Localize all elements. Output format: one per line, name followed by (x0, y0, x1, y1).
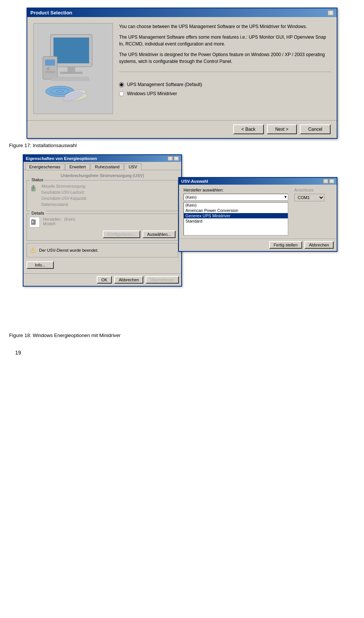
hersteller-listbox[interactable]: (Kein) American Power Conversion Generex… (184, 202, 288, 235)
usv-row: Hersteller auswählen: (Kein) ▼ (Kein) Am… (184, 188, 332, 235)
svg-rect-8 (51, 77, 89, 81)
next-button[interactable]: Next > (267, 124, 297, 134)
svg-rect-21 (32, 221, 33, 223)
status-item-2: Geschätzte USV-Kapazität: (41, 196, 176, 202)
divider (119, 72, 331, 72)
listbox-item-3[interactable]: Standard (184, 218, 288, 224)
svg-rect-7 (45, 71, 55, 73)
status-icon (29, 184, 40, 193)
svg-rect-2 (67, 67, 75, 72)
text-paragraph-2: The UPS Management Software offers some … (119, 34, 331, 47)
status-item-3: Batteriezustand: (41, 202, 176, 208)
dialog-image (33, 23, 113, 114)
abbrechen2-button[interactable]: Abbrechen (304, 241, 334, 249)
listbox-item-2[interactable]: Generex UPS Minidriver (184, 213, 288, 218)
figure18-container: Eigenschaften von Energieoptionen ? ✕ En… (23, 154, 341, 329)
svg-rect-16 (33, 185, 34, 187)
tab-energieschemas[interactable]: Energieschemas (25, 163, 64, 170)
anschluss-select[interactable]: COM1 (294, 194, 325, 201)
status-label: Status (30, 177, 45, 182)
warning-row: ⚠ Der USV-Dienst wurde beendet. (27, 243, 178, 257)
details-section: Details Hersteller: ( (27, 213, 178, 241)
eigenschaften-dialog: Eigenschaften von Energieoptionen ? ✕ En… (23, 154, 182, 287)
radio-ups-management-input[interactable] (119, 82, 124, 87)
hersteller-label: Hersteller auswählen: (184, 188, 288, 192)
hersteller-dropdown-container: (Kein) ▼ (184, 194, 288, 201)
usv-right: Anschluss: COM1 (294, 188, 332, 203)
product-selection-dialog: Product Selection ✕ (27, 8, 337, 139)
details-text: Hersteller: (Kein) Modell: (43, 217, 75, 226)
usv-close-button[interactable]: ✕ (329, 179, 334, 184)
radio-ups-management[interactable]: UPS Management Software (Default) (119, 82, 331, 87)
cancel-button[interactable]: Cancel (300, 124, 331, 134)
eigenschaften-content: Unterbrechungsfreie Stromversorgung (USV… (24, 170, 181, 273)
status-item-1: Geschätzte USV-Laufzeit: (41, 190, 176, 196)
text-paragraph-3: The UPS Minidriver is designed for the P… (119, 51, 331, 65)
anschluss-dropdown-container: COM1 (294, 194, 332, 201)
radio-ups-management-label: UPS Management Software (Default) (127, 82, 202, 87)
auswaehlen-button[interactable]: Auswählen... (143, 231, 176, 238)
svg-rect-3 (60, 72, 83, 74)
svg-point-6 (47, 67, 49, 70)
status-items: Aktuelle Stromversorgung: Geschätzte USV… (41, 184, 176, 208)
svg-rect-22 (32, 219, 33, 220)
hersteller-select[interactable]: (Kein) (184, 194, 288, 201)
usv-titlebar-controls: ? ✕ (323, 179, 334, 184)
usv-auswahl-dialog: USV-Auswahl ? ✕ Hersteller auswählen: (K… (178, 177, 337, 252)
usv-dialog-body: Hersteller auswählen: (Kein) ▼ (Kein) Am… (179, 185, 337, 238)
usv-help-button[interactable]: ? (323, 179, 328, 184)
close-button[interactable]: ✕ (174, 156, 179, 161)
figure17-caption: Figure 17: Installationsauswahl (8, 143, 356, 148)
status-item-0: Aktuelle Stromversorgung: (41, 184, 176, 190)
radio-minidriver-label: Windows UPS Minidriver (127, 91, 177, 96)
back-button[interactable]: < Back (233, 124, 264, 134)
hersteller-row: Hersteller: (Kein) (43, 217, 75, 221)
titlebar-controls: ? ✕ (168, 156, 179, 161)
konfigurieren-button[interactable]: Konfigurieren... (103, 231, 140, 238)
svg-rect-17 (32, 187, 35, 188)
eigenschaften-title: Eigenschaften von Energieoptionen (26, 156, 97, 161)
eigenschaften-titlebar: Eigenschaften von Energieoptionen ? ✕ (24, 155, 181, 162)
tab-usv[interactable]: USV (124, 163, 141, 170)
radio-minidriver-input[interactable] (119, 91, 124, 96)
radio-minidriver[interactable]: Windows UPS Minidriver (119, 91, 331, 96)
usv-header: Unterbrechungsfreie Stromversorgung (USV… (27, 173, 178, 178)
dialog-title: Product Selection (30, 10, 72, 16)
usv-auswahl-titlebar: USV-Auswahl ? ✕ (179, 178, 337, 185)
anschluss-label: Anschluss: (294, 188, 332, 192)
eigenschaften-footer: OK Abbrechen Übernehmen (24, 273, 181, 286)
svg-rect-19 (32, 190, 33, 190)
page-number: 19 (8, 350, 356, 356)
text-paragraph-1: You can choose between the UPS Managemen… (119, 23, 331, 30)
svg-rect-5 (45, 60, 55, 66)
usv-left: Hersteller auswählen: (Kein) ▼ (Kein) Am… (184, 188, 288, 235)
details-buttons: Konfigurieren... Auswählen... (29, 231, 176, 238)
dialog-text-area: You can choose between the UPS Managemen… (119, 23, 331, 114)
radio-group: UPS Management Software (Default) Window… (119, 82, 331, 96)
modell-row: Modell: (43, 221, 75, 226)
dialog-footer: < Back Next > Cancel (27, 120, 337, 138)
warning-icon: ⚠ (29, 246, 36, 255)
warning-text: Der USV-Dienst wurde beendet. (39, 248, 99, 253)
listbox-item-0[interactable]: (Kein) (184, 202, 288, 208)
tab-erweitert[interactable]: Erweitert (65, 163, 90, 170)
figure18-caption: Figure 18: Windows Energieoptionen mit M… (8, 333, 356, 338)
svg-rect-1 (53, 38, 89, 63)
details-label: Details (30, 211, 46, 215)
dialog-titlebar: Product Selection ✕ (27, 8, 337, 17)
tab-ruhezustand[interactable]: Ruhezustand (91, 163, 124, 170)
info-button[interactable]: Info... (27, 261, 54, 269)
abbrechen-button[interactable]: Abbrechen (114, 276, 143, 284)
tabs-row: Energieschemas Erweitert Ruhezustand USV (24, 162, 181, 170)
close-button[interactable]: ✕ (328, 10, 334, 16)
help-button[interactable]: ? (168, 156, 173, 161)
ok-button[interactable]: OK (97, 276, 112, 284)
svg-rect-18 (32, 188, 35, 189)
uebernehmen-button[interactable]: Übernehmen (146, 276, 179, 284)
usv-footer: Fertig stellen Abbrechen (179, 238, 337, 251)
usv-auswahl-title: USV-Auswahl (181, 179, 208, 184)
status-section: Status Aktuelle Strom (27, 180, 178, 211)
listbox-item-1[interactable]: American Power Conversion (184, 208, 288, 213)
fertig-button[interactable]: Fertig stellen (269, 241, 302, 249)
ups-icon (29, 217, 40, 227)
